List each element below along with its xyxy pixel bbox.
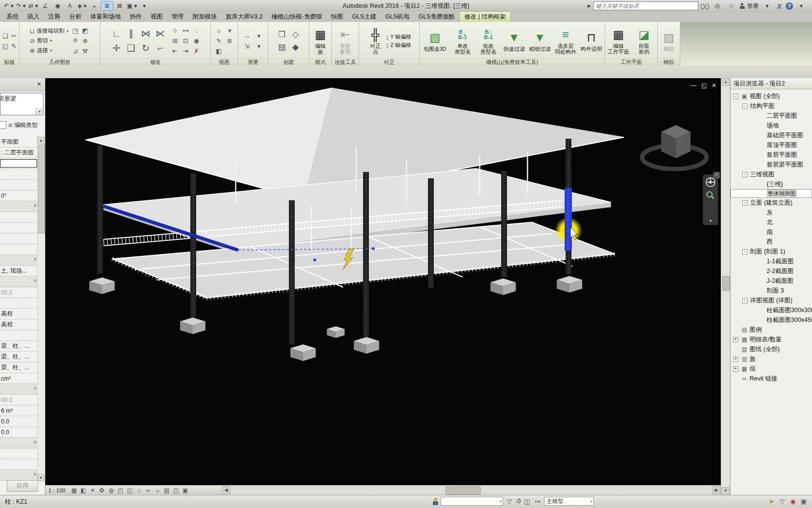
tree-expand-toggle[interactable]: - <box>742 172 748 177</box>
select-multi-level-button[interactable]: ≡ 选多层 同处构件 <box>554 27 578 55</box>
infocenter-collapse-icon[interactable]: ▶ <box>588 3 591 8</box>
tree-expand-toggle[interactable]: - <box>742 249 748 254</box>
hammer-icon[interactable]: ⚒ <box>82 47 88 55</box>
cutaway-icon[interactable]: ≣ <box>227 37 232 44</box>
tree-item[interactable]: 西 <box>731 237 812 247</box>
join-geometry-button[interactable]: ⊕ 连接▾ <box>30 46 69 55</box>
scroll-down-icon[interactable]: ▼ <box>38 474 44 481</box>
pin-icon[interactable]: ◉ <box>194 37 199 44</box>
measure-icon[interactable]: ∠ <box>40 1 51 10</box>
tab-system[interactable]: 系统 <box>2 12 23 22</box>
edit-type-button[interactable]: 编辑类型 <box>14 121 38 129</box>
property-row[interactable] <box>0 459 38 470</box>
tree-item[interactable]: ▤ 图例 <box>731 325 812 335</box>
tab-insert[interactable]: 插入 <box>23 12 44 22</box>
rebar-button[interactable]: ▨ 钢筋 <box>659 30 678 52</box>
close-view-icon[interactable]: ✕ <box>711 82 716 89</box>
property-row[interactable] <box>0 201 38 212</box>
pick-new-plane-button[interactable]: ◪ 拾取 新的 <box>632 27 656 55</box>
scroll-left-icon[interactable]: ◀ <box>222 486 230 494</box>
property-row[interactable]: 0.0 <box>0 416 38 427</box>
rotate-icon[interactable]: ↻ <box>142 42 150 54</box>
tab-addins[interactable]: 附加模块 <box>188 12 222 22</box>
tree-item[interactable]: 1-1截面图 <box>731 256 812 266</box>
tree-expand-toggle[interactable]: + <box>733 337 738 342</box>
tree-item[interactable]: J-2截面图 <box>731 276 812 286</box>
split-with-gap-icon[interactable]: ⊶ <box>183 27 189 34</box>
scroll-down-icon[interactable]: ▼ <box>722 487 730 495</box>
property-row[interactable]: : 二层平面图 <box>0 148 38 158</box>
tree-item[interactable]: - 详图视图 (详图) <box>731 296 812 305</box>
tab-gls-mep[interactable]: GLS机电 <box>381 12 414 22</box>
tree-item[interactable]: 屋顶平面图 <box>731 140 812 150</box>
tab-annotate[interactable]: 注释 <box>44 12 65 22</box>
default-3d-view-icon[interactable]: ◈ ▾ <box>76 1 88 10</box>
property-row[interactable]: 0° <box>0 190 38 201</box>
tree-item[interactable]: ▧ 图纸 (全部) <box>731 344 812 354</box>
delete-icon[interactable]: ✗ <box>194 47 199 55</box>
scale-icon[interactable]: ⊡ <box>183 37 188 44</box>
tab-family-master[interactable]: 族库大师V3.2 <box>222 12 267 22</box>
tree-item[interactable]: 首层平面图 <box>731 150 812 160</box>
hscrollbar-thumb[interactable] <box>446 487 481 495</box>
reveal-hidden-elements-icon[interactable]: ☼ <box>153 487 162 494</box>
tree-item[interactable]: 东 <box>731 208 812 217</box>
edit-work-plane-button[interactable]: ▦ 编辑 工作平面 <box>607 27 630 55</box>
chevron-down-icon[interactable]: ▾ <box>36 108 43 115</box>
tab-collaborate[interactable]: 协作 <box>125 12 146 22</box>
quick-filter-button[interactable]: ▼ 快速过滤 <box>502 30 526 52</box>
y-offset-button[interactable]: ↨ Y 轴偏移 <box>386 33 411 41</box>
property-row[interactable] <box>0 180 38 190</box>
footings[interactable] <box>89 276 582 361</box>
select-links-icon[interactable]: ➤ <box>767 497 776 506</box>
crop-view-icon[interactable]: ◰ <box>116 487 124 494</box>
tab-manage[interactable]: 管理 <box>167 12 188 22</box>
restore-icon[interactable]: ◱ <box>701 82 707 89</box>
align-right-icon[interactable]: ⇥ <box>183 47 188 55</box>
rename-batch-type-button[interactable]: B□B-1 批改 类型名 <box>476 27 500 55</box>
tab-kuaitu[interactable]: 快图 <box>326 12 347 22</box>
offset-icon[interactable]: ∥ <box>129 28 134 39</box>
unjoin-icon[interactable]: ⊗ <box>82 37 88 44</box>
navbar-close-icon[interactable]: ✕ <box>713 172 720 178</box>
property-row[interactable] <box>0 244 38 255</box>
favorites-icon[interactable]: ☆ <box>726 1 737 10</box>
tab-gls-free[interactable]: GLS免费族酷 <box>414 12 459 22</box>
editing-requests-icon[interactable]: ◫ <box>523 497 531 506</box>
tree-item[interactable]: 整体轴测图 <box>731 189 812 198</box>
fine-filter-button[interactable]: ▼ 精细过滤 <box>528 30 552 52</box>
bounding-box-3d-button[interactable]: ▧ 包围盒3D <box>421 30 449 52</box>
drag-grip[interactable] <box>372 247 375 251</box>
property-row[interactable]: 平面图 <box>0 137 38 148</box>
tab-olive-quick[interactable]: 橄榄山快模-免费版 <box>267 12 326 22</box>
property-row[interactable] <box>0 330 38 341</box>
search-icon[interactable] <box>701 2 709 9</box>
tree-item[interactable]: - 立面 (建筑立面) <box>731 198 812 208</box>
roof-left-face[interactable] <box>85 88 331 199</box>
text-icon[interactable]: A <box>64 1 76 10</box>
move-icon[interactable]: ✛ <box>113 42 121 54</box>
property-row[interactable]: 高程 <box>0 319 38 330</box>
tree-item[interactable]: 南 <box>731 227 812 237</box>
login-caret-icon[interactable]: ▾ <box>761 1 773 10</box>
temporary-view-properties-icon[interactable]: ◫ <box>172 487 180 494</box>
property-row[interactable]: 土, 现场... <box>0 266 38 276</box>
demolish-icon[interactable]: ≝ <box>73 37 78 44</box>
element-description-button[interactable]: ⊓ 构件说明 <box>579 30 603 52</box>
steering-wheel-icon[interactable] <box>705 177 716 188</box>
tree-item[interactable]: - ▣ 视图 (全部) <box>731 91 812 101</box>
vertical-scrollbar[interactable]: ▲ ▼ <box>721 78 730 495</box>
tree-item[interactable]: ∞ Revit 链接 <box>731 374 812 383</box>
reveal-hidden-icon[interactable]: ☼ <box>216 27 222 34</box>
edit-family-button[interactable]: ▦ 编辑 族 <box>311 27 330 55</box>
property-row[interactable] <box>0 448 38 459</box>
navbar-expand-icon[interactable]: ▾ <box>710 218 712 223</box>
aligned-dimension-icon[interactable]: ⇲ <box>244 42 250 50</box>
property-row[interactable] <box>0 298 38 309</box>
linework-icon[interactable]: ✎ <box>216 37 222 44</box>
undo-icon[interactable]: ↶ ▾ <box>3 1 15 10</box>
property-row[interactable]: 高程 <box>0 309 38 319</box>
tree-expand-toggle[interactable]: + <box>733 366 738 372</box>
active-workset-select[interactable]: 主模型▾ <box>544 497 594 506</box>
property-row[interactable] <box>0 384 38 395</box>
